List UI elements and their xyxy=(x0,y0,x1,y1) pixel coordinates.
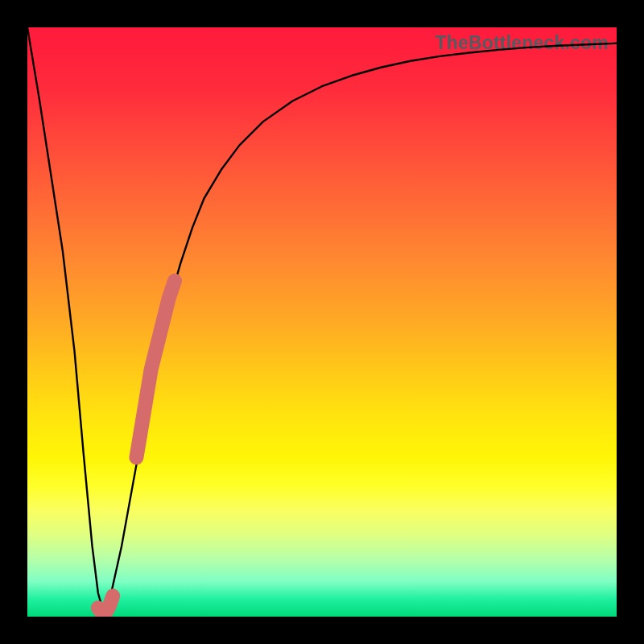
highlight-dots xyxy=(136,281,175,458)
chart-svg xyxy=(27,27,617,617)
chart-frame: TheBottleneck.com xyxy=(0,0,644,644)
bottleneck-curve xyxy=(27,27,617,613)
plot-area: TheBottleneck.com xyxy=(27,27,617,617)
